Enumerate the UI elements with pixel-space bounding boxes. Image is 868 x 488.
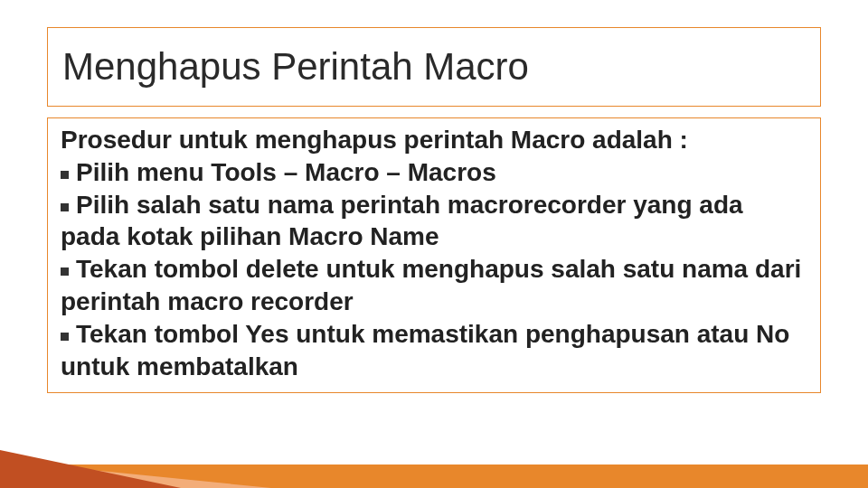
slide: Menghapus Perintah Macro Prosedur untuk … — [0, 0, 868, 488]
bullet-icon — [61, 267, 69, 276]
title-box: Menghapus Perintah Macro — [47, 27, 821, 107]
bullet-icon — [61, 203, 69, 211]
list-item: Tekan tombol delete untuk menghapus sala… — [61, 253, 807, 318]
decorative-wedge-dark — [0, 450, 181, 488]
item-text: Pilih menu Tools – Macro – Macros — [76, 158, 496, 186]
slide-title: Menghapus Perintah Macro — [62, 45, 529, 89]
bullet-icon — [61, 171, 69, 179]
item-text: Pilih salah satu nama perintah macroreco… — [61, 191, 743, 251]
body-box: Prosedur untuk menghapus perintah Macro … — [47, 117, 821, 393]
item-text: Tekan tombol Yes untuk memastikan pengha… — [61, 320, 789, 380]
bullet-icon — [61, 333, 69, 341]
list-item: Pilih menu Tools – Macro – Macros — [61, 156, 807, 189]
list-item: Tekan tombol Yes untuk memastikan pengha… — [61, 318, 807, 383]
intro-text: Prosedur untuk menghapus perintah Macro … — [61, 124, 807, 156]
list-item: Pilih salah satu nama perintah macroreco… — [61, 189, 807, 254]
item-text: Tekan tombol delete untuk menghapus sala… — [61, 255, 801, 315]
